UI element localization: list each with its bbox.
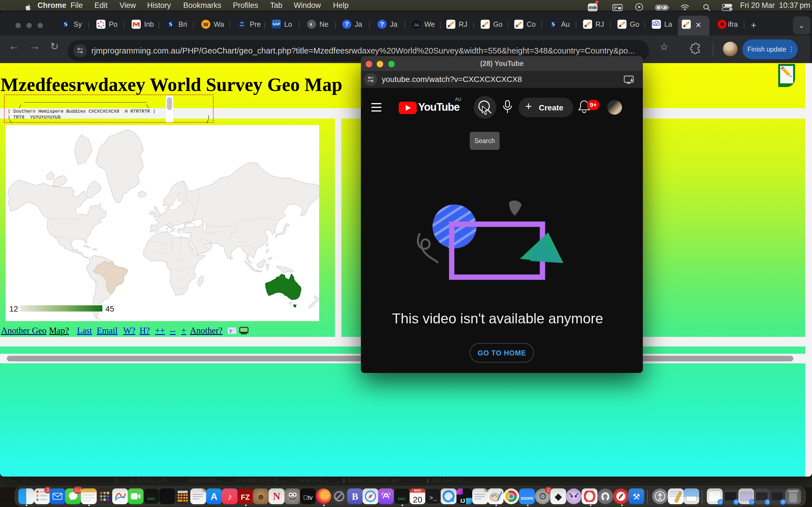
svg-text:12: 12 [9, 304, 18, 313]
svg-text:E: E [230, 329, 232, 333]
svg-text:45: 45 [105, 304, 114, 313]
